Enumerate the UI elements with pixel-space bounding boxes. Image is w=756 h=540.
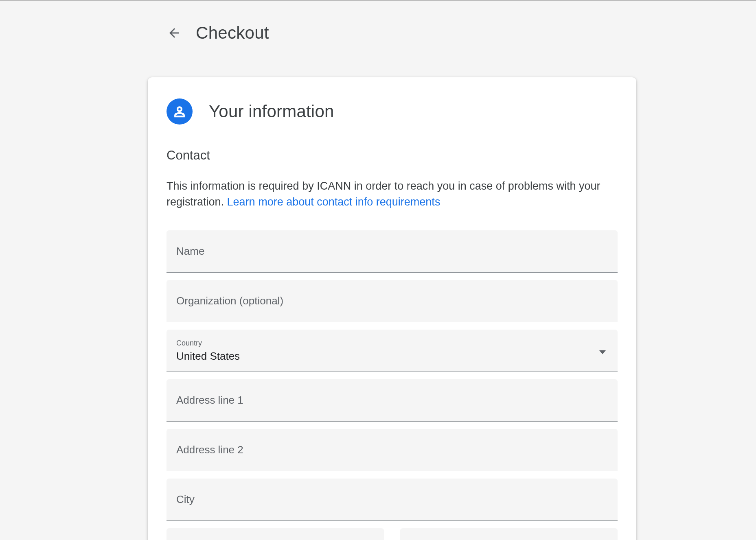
chevron-down-icon [599,344,606,357]
page-title: Checkout [196,23,269,43]
contact-heading: Contact [167,148,618,163]
city-placeholder: City [176,493,195,506]
address-line-2-field[interactable]: Address line 2 [167,429,618,471]
svg-point-0 [178,107,182,111]
state-select[interactable]: State [167,528,384,540]
learn-more-link[interactable]: Learn more about contact info requiremen… [227,196,440,208]
contact-description: This information is required by ICANN in… [167,178,602,210]
name-field[interactable]: Name [167,230,618,273]
checkout-card: Your information Contact This informatio… [148,77,636,540]
person-icon [173,105,186,118]
country-value: United States [176,350,240,363]
person-icon-circle [167,98,193,125]
country-select[interactable]: Country United States [167,330,618,372]
address-line-1-field[interactable]: Address line 1 [167,379,618,422]
page-header: Checkout [167,23,756,43]
name-placeholder: Name [176,245,204,258]
arrow-back-icon [167,26,182,40]
organization-field[interactable]: Organization (optional) [167,280,618,322]
country-label: Country [176,339,202,348]
zip-field[interactable] [400,528,618,540]
city-field[interactable]: City [167,479,618,521]
back-button[interactable] [167,26,182,40]
address2-placeholder: Address line 2 [176,444,243,456]
section-header: Your information [167,98,618,125]
organization-placeholder: Organization (optional) [176,295,283,307]
address1-placeholder: Address line 1 [176,394,243,407]
section-title: Your information [209,102,334,121]
